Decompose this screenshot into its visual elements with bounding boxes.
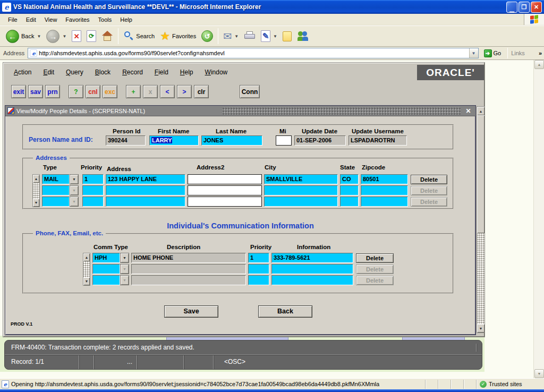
oracle-menu-record[interactable]: Record	[117, 67, 148, 77]
mdi-vertical-scrollbar[interactable]: ▲ ▼	[477, 106, 485, 333]
cancel-toolbar-button[interactable]: cnl	[86, 85, 100, 98]
comm-type-field[interactable]	[92, 275, 120, 285]
address-field[interactable]	[106, 197, 185, 207]
favorites-button[interactable]: ★ Favorites	[157, 30, 199, 42]
back-dropdown-icon[interactable]: ▼	[37, 34, 41, 39]
menu-edit[interactable]: Edit	[22, 15, 40, 24]
address-field[interactable]	[106, 185, 185, 195]
zipcode-field[interactable]	[361, 185, 408, 195]
information-field[interactable]	[271, 275, 353, 285]
address-input[interactable]	[39, 50, 469, 56]
state-field[interactable]: CO	[340, 174, 359, 184]
scroll-track[interactable]	[477, 233, 484, 324]
print-button[interactable]	[241, 30, 258, 42]
menu-favorites[interactable]: Favorites	[62, 15, 93, 24]
first-name-field[interactable]: LARRY	[149, 135, 199, 146]
execute-toolbar-button[interactable]: exc	[103, 85, 117, 98]
delete-record-button[interactable]: x	[143, 85, 158, 98]
save-toolbar-button[interactable]: sav	[28, 85, 43, 98]
address2-field[interactable]	[188, 197, 262, 207]
oracle-menu-block[interactable]: Block	[90, 67, 115, 77]
print-toolbar-button[interactable]: prn	[45, 85, 60, 98]
history-button[interactable]: ↺	[199, 29, 216, 43]
type-field[interactable]	[42, 185, 70, 195]
oracle-menu-help[interactable]: Help	[175, 67, 198, 77]
scroll-up-icon[interactable]: ▲	[33, 175, 39, 183]
type-field[interactable]: MAIL	[42, 174, 70, 184]
home-button[interactable]	[99, 30, 116, 42]
zipcode-field[interactable]: 80501	[361, 174, 408, 184]
state-field[interactable]	[340, 197, 359, 207]
next-record-button[interactable]: >	[177, 85, 192, 98]
forward-dropdown-icon[interactable]: ▼	[62, 34, 66, 39]
refresh-button[interactable]: ⟳	[84, 29, 99, 43]
go-button[interactable]: ➔ Go	[481, 49, 505, 58]
address-dropdown-icon[interactable]: ▼	[469, 48, 478, 58]
discuss-button[interactable]	[280, 30, 294, 42]
forward-button[interactable]: → ▼	[44, 29, 69, 44]
back-button[interactable]: ← Back ▼	[3, 29, 44, 44]
scroll-up-icon[interactable]: ▲	[83, 253, 90, 261]
type-field[interactable]	[42, 197, 70, 207]
scroll-down-icon[interactable]: ▼	[83, 277, 90, 285]
oracle-menu-action[interactable]: Action	[9, 67, 36, 77]
type-dropdown-button[interactable]: ▼	[70, 174, 79, 184]
menu-tools[interactable]: Tools	[95, 15, 116, 24]
menu-file[interactable]: File	[4, 15, 21, 24]
back-button[interactable]: Back	[258, 305, 312, 318]
conn-button[interactable]: Conn	[240, 85, 260, 98]
form-titlebar[interactable]: View/Modify People Details - (SCRPERSN-N…	[5, 106, 475, 116]
oracle-menu-window[interactable]: Window	[200, 67, 233, 77]
delete-communication-button[interactable]: Delete	[356, 253, 394, 263]
addresses-scrollbar[interactable]: ▲ ▼	[32, 174, 40, 207]
edit-dropdown-icon[interactable]: ▼	[273, 34, 277, 39]
search-button[interactable]: Search	[121, 30, 157, 42]
city-field[interactable]: SMALLVILLE	[264, 174, 338, 184]
close-button[interactable]: ✕	[531, 2, 542, 13]
priority-field[interactable]	[82, 197, 104, 207]
oracle-menu-edit[interactable]: Edit	[38, 67, 59, 77]
menu-view[interactable]: View	[41, 15, 61, 24]
help-toolbar-button[interactable]: ?	[69, 85, 83, 98]
links-chevron-icon[interactable]: »	[539, 50, 542, 56]
comm-type-field[interactable]	[92, 264, 120, 274]
scroll-track[interactable]	[33, 183, 39, 199]
comm-priority-field[interactable]	[248, 264, 269, 274]
comm-priority-field[interactable]: 1	[248, 253, 269, 263]
mi-field[interactable]	[276, 135, 292, 146]
information-field[interactable]: 333-789-5621	[271, 253, 353, 263]
minimize-button[interactable]: ▁	[506, 2, 517, 13]
comm-type-field[interactable]: HPH	[92, 253, 120, 263]
zipcode-field[interactable]	[361, 197, 408, 207]
priority-field[interactable]	[82, 185, 104, 195]
scroll-up-icon[interactable]: ▲	[534, 60, 544, 69]
messenger-button[interactable]	[294, 30, 311, 42]
browser-vertical-scrollbar[interactable]: ▲ ▼	[533, 60, 544, 378]
delete-address-button[interactable]: Delete	[411, 175, 447, 184]
insert-record-button[interactable]: +	[126, 85, 141, 98]
priority-field[interactable]: 1	[82, 174, 104, 184]
mail-dropdown-icon[interactable]: ▼	[234, 34, 239, 39]
scroll-down-icon[interactable]: ▼	[534, 369, 544, 378]
state-field[interactable]	[340, 185, 359, 195]
mail-button[interactable]: ✉ ▼	[220, 29, 241, 44]
scroll-up-icon[interactable]: ▲	[477, 107, 484, 115]
stop-button[interactable]: ✕	[69, 29, 84, 43]
clear-toolbar-button[interactable]: clr	[194, 85, 209, 98]
scroll-down-icon[interactable]: ▼	[477, 324, 484, 333]
scroll-down-icon[interactable]: ▼	[33, 199, 39, 207]
last-name-field[interactable]: JONES	[201, 135, 262, 146]
address2-field[interactable]	[188, 174, 262, 184]
restore-button[interactable]: ❐	[518, 2, 530, 13]
scroll-track[interactable]	[83, 261, 90, 277]
form-close-icon[interactable]: ✕	[464, 107, 472, 115]
save-button[interactable]: Save	[164, 305, 218, 318]
city-field[interactable]	[264, 185, 338, 195]
information-field[interactable]	[271, 264, 353, 274]
oracle-menu-query[interactable]: Query	[61, 67, 88, 77]
previous-record-button[interactable]: <	[160, 85, 175, 98]
address2-field[interactable]	[188, 185, 262, 195]
comm-type-dropdown-button[interactable]: ▼	[120, 253, 129, 263]
city-field[interactable]	[264, 197, 338, 207]
menu-help[interactable]: Help	[116, 15, 136, 24]
